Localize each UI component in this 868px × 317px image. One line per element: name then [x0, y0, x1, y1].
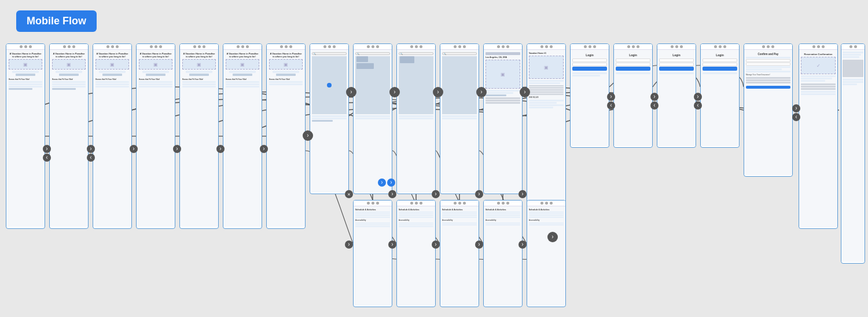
connector-f12-right[interactable]: [475, 190, 483, 198]
connector-large-5[interactable]: [476, 87, 487, 97]
frame-14[interactable]: Login: [570, 43, 609, 148]
connector-f4-right[interactable]: [173, 145, 181, 153]
frame-6-title: A Vacation Home in Paradise is where you…: [226, 52, 259, 58]
frame-23[interactable]: Schedule & Activities Accessibility: [440, 200, 479, 307]
frame-18[interactable]: Confirm and Pay Manage Your Travel Insur…: [744, 43, 793, 177]
frame-12[interactable]: Los Angeles, CA, USA ▣: [483, 43, 523, 194]
frame-3-image: ▣: [95, 59, 129, 70]
frame-2[interactable]: A Vacation Home in Paradise is where you…: [49, 43, 89, 229]
frame-10[interactable]: [396, 43, 436, 194]
frame-13-title: Vacation Home #1: [529, 52, 564, 54]
connector-list-c-right[interactable]: [432, 241, 440, 249]
frame-15[interactable]: Login: [613, 43, 653, 148]
frame-22[interactable]: Schedule & Activities Accessibility: [396, 200, 436, 307]
frame-23-header: [440, 201, 479, 206]
connector-blue-2[interactable]: [387, 178, 395, 187]
connector-login-3-left[interactable]: [694, 101, 702, 110]
frame-5[interactable]: A Vacation Home in Paradise is where you…: [179, 43, 219, 229]
frame-6-header: [223, 44, 262, 50]
connector-large-4[interactable]: [433, 87, 443, 97]
frame-1-image: ▣: [9, 59, 42, 70]
frame-19[interactable]: Reservation Confirmation ✓: [799, 43, 838, 229]
connector-large-2[interactable]: [346, 87, 356, 97]
connector-f2-right[interactable]: [87, 145, 95, 153]
frame-1-header: [6, 44, 45, 50]
frame-8-header: [310, 44, 348, 50]
connector-f1-left[interactable]: [43, 154, 51, 162]
frame-22-title: Schedule & Activities: [399, 209, 433, 211]
frame-25-title: Schedule & Activities: [529, 209, 564, 211]
connector-login-3-right[interactable]: [694, 93, 702, 101]
frame-3[interactable]: A Vacation Home in Paradise is where you…: [93, 43, 132, 229]
connector-large-1[interactable]: [303, 130, 313, 141]
frame-19-image: ✓: [801, 57, 836, 74]
frame-9-search[interactable]: [355, 52, 390, 55]
connector-f6-right[interactable]: [260, 145, 268, 153]
connector-f13-right[interactable]: [518, 190, 527, 198]
frame-13-header: [527, 44, 565, 50]
frame-4-section: Homes that Fit Your Vibe!: [139, 78, 172, 81]
connector-large-6[interactable]: [520, 87, 530, 97]
frame-25-header: [527, 201, 565, 206]
frame-7-title: A Vacation Home in Paradise is where you…: [269, 52, 303, 58]
connector-confirm-left[interactable]: [792, 113, 800, 121]
connector-login-1-right[interactable]: [607, 93, 615, 101]
connector-login-2-right[interactable]: [650, 93, 659, 101]
frame-4[interactable]: A Vacation Home in Paradise is where you…: [136, 43, 175, 229]
frame-20[interactable]: [841, 43, 865, 264]
frame-1[interactable]: A Vacation Home in Paradise is where you…: [6, 43, 45, 229]
frame-25-section: Accessibility: [529, 219, 564, 221]
connector-f11-right[interactable]: [432, 190, 440, 198]
frame-14-header: [571, 44, 609, 50]
frame-9[interactable]: [353, 43, 392, 194]
frame-2-header: [50, 44, 88, 50]
frame-4-header: [137, 44, 175, 50]
connector-f10-right[interactable]: [388, 190, 396, 198]
frame-3-section: Homes that Fit Your Vibe!: [95, 78, 129, 81]
connector-f2-left[interactable]: [87, 154, 95, 162]
frame-4-image: ▣: [139, 59, 172, 70]
flow-title-button[interactable]: Mobile Flow: [16, 10, 97, 32]
connector-f5-right[interactable]: [216, 145, 225, 153]
connector-large-3[interactable]: [389, 87, 400, 97]
frame-6[interactable]: A Vacation Home in Paradise is where you…: [223, 43, 262, 229]
frame-17[interactable]: Login: [700, 43, 740, 148]
connector-login-1-left[interactable]: [607, 101, 615, 110]
flow-title-label: Mobile Flow: [27, 15, 86, 27]
frame-6-section: Homes that Fit Your Vibe!: [226, 78, 259, 81]
frame-8-search[interactable]: [312, 52, 347, 55]
frame-21-section: Accessibility: [355, 219, 390, 221]
frame-21-header: [354, 201, 392, 206]
connector-confirm-right[interactable]: [792, 104, 800, 112]
frame-11-search[interactable]: [442, 52, 477, 55]
connector-login-2-left[interactable]: [650, 101, 659, 110]
frame-9-header: [354, 44, 392, 50]
connector-list-e-right[interactable]: [518, 241, 527, 249]
connector-list-d-right[interactable]: [475, 241, 483, 249]
frame-15-header: [614, 44, 652, 50]
frame-21[interactable]: Schedule & Activities Accessibility: [353, 200, 392, 307]
frame-2-image: ▣: [52, 59, 86, 70]
connector-f9-cross[interactable]: [345, 190, 353, 198]
connector-f1-right[interactable]: [43, 145, 51, 153]
frame-7[interactable]: A Vacation Home in Paradise is where you…: [266, 43, 306, 229]
frame-25[interactable]: Schedule & Activities Accessibility: [527, 200, 566, 307]
frame-11[interactable]: [440, 43, 479, 194]
connector-large-7[interactable]: [547, 232, 558, 242]
frame-16-heading: Login: [659, 53, 694, 57]
connector-f3-right[interactable]: [130, 145, 138, 153]
frame-1-section: Homes that Fit Your Vibe!: [9, 78, 42, 81]
frame-10-search[interactable]: [399, 52, 433, 55]
frame-24[interactable]: Schedule & Activities Accessibility: [483, 200, 523, 307]
frame-8[interactable]: [310, 43, 349, 194]
frame-5-header: [180, 44, 218, 50]
frame-3-title: A Vacation Home in Paradise is where you…: [95, 52, 129, 58]
frame-5-title: A Vacation Home in Paradise is where you…: [182, 52, 216, 58]
frame-5-image: ▣: [182, 59, 216, 70]
frame-16[interactable]: Login: [657, 43, 696, 148]
connector-list-a-right[interactable]: [345, 241, 353, 249]
frame-17-heading: Login: [703, 53, 737, 57]
connector-list-b-right[interactable]: [388, 241, 396, 249]
frame-3-header: [93, 44, 131, 50]
connector-blue-1[interactable]: [378, 178, 386, 187]
